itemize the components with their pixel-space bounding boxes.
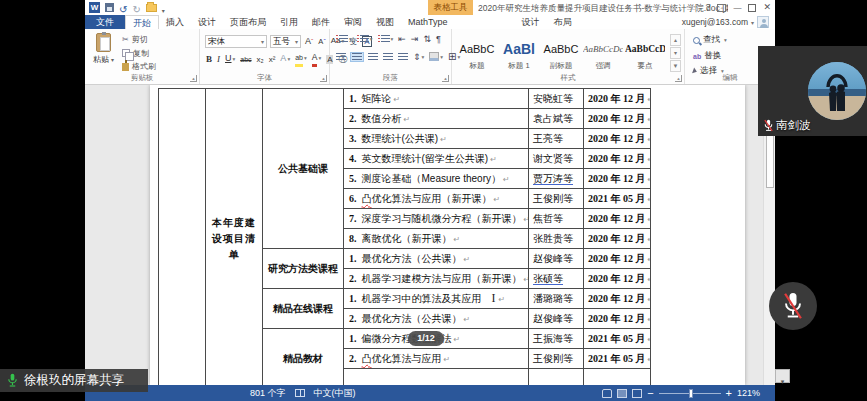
cell-course[interactable]: 2.数值分析 (344, 109, 529, 129)
cell-owner[interactable]: 王亮等 (529, 129, 584, 149)
cell-course[interactable]: 1.矩阵论 (344, 89, 529, 109)
cell-owner[interactable]: 谢文贤等 (529, 149, 584, 169)
read-mode-icon[interactable] (602, 389, 612, 398)
style-chip-副标题[interactable]: AaBbC副标题 (540, 33, 582, 77)
cell-course[interactable]: 5.测度论基础（Measure theory） (344, 169, 529, 189)
microphone-mute-button[interactable] (769, 282, 817, 330)
tab-邮件[interactable]: 邮件 (305, 15, 337, 29)
cell-owner[interactable]: 赵俊峰等 (529, 309, 584, 329)
save-icon[interactable] (105, 3, 114, 12)
cell-date[interactable]: 2021 年 05 月 (584, 189, 651, 209)
cell-owner[interactable]: 王俊刚等 (529, 349, 584, 369)
help-icon[interactable] (705, 1, 710, 14)
cell-date[interactable]: 2020 年 12 月 (584, 129, 651, 149)
styles-scroll-down-icon[interactable] (670, 47, 681, 59)
distribute-icon[interactable] (397, 53, 409, 61)
cell-category[interactable]: 精品在线课程 (263, 289, 344, 329)
paste-button[interactable]: 粘贴 (90, 33, 117, 75)
cell-date[interactable] (584, 369, 651, 386)
cell-course[interactable]: 2.最优化方法（公共课） (344, 309, 529, 329)
cell-category[interactable]: 精品教材 (263, 329, 344, 386)
tab-引用[interactable]: 引用 (273, 15, 305, 29)
clipboard-dialog-launcher[interactable] (190, 75, 197, 82)
cell-owner[interactable]: 赵俊峰等 (529, 249, 584, 269)
format-painter-button[interactable]: 格式刷 (122, 61, 156, 72)
cell-owner[interactable]: 张硕等 (529, 269, 584, 289)
participant-video-tile[interactable]: 南剑波 (758, 46, 867, 136)
cell-owner[interactable]: 张胜贵等 (529, 229, 584, 249)
cell-owner[interactable]: 潘璐璐等 (529, 289, 584, 309)
styles-scroll-up-icon[interactable] (670, 34, 681, 46)
cell-date[interactable]: 2020 年 12 月 (584, 209, 651, 229)
replace-button[interactable]: 替换 (693, 50, 727, 62)
shading-icon[interactable] (428, 52, 444, 61)
justify-icon[interactable] (382, 53, 394, 61)
print-layout-icon[interactable] (617, 389, 627, 398)
cell-owner[interactable] (529, 369, 584, 386)
cell-date[interactable]: 2020 年 12 月 (584, 149, 651, 169)
cell-date[interactable]: 2021 年 05 月 (584, 349, 651, 369)
tab-页面布局[interactable]: 页面布局 (223, 15, 273, 29)
text-effects-icon[interactable] (279, 52, 291, 66)
tab-file[interactable]: 文件 (85, 15, 125, 29)
shrink-font-icon[interactable] (317, 35, 326, 48)
viewer-scrollbar-down-button[interactable] (775, 369, 790, 383)
contextual-tab-设计[interactable]: 设计 (515, 15, 547, 29)
cell-date[interactable]: 2020 年 12 月 (584, 249, 651, 269)
cell-date[interactable]: 2020 年 12 月 (584, 89, 651, 109)
cell-owner[interactable]: 贾万涛等 (529, 169, 584, 189)
cell-course[interactable]: 6.凸优化算法与应用（新开课） (344, 189, 529, 209)
cell-course[interactable]: 7.深度学习与随机微分方程（新开课） (344, 209, 529, 229)
underline-icon[interactable] (224, 52, 236, 66)
cell-date[interactable]: 2020 年 12 月 (584, 289, 651, 309)
open-folder-icon[interactable] (146, 4, 157, 12)
numbering-icon[interactable] (356, 35, 374, 43)
find-button[interactable]: 查找 (693, 34, 727, 46)
account-button[interactable]: xugenj@163.com (682, 15, 769, 29)
cell-date[interactable]: 2020 年 12 月 (584, 109, 651, 129)
tab-审阅[interactable]: 审阅 (337, 15, 369, 29)
cell-date[interactable]: 2020 年 12 月 (584, 309, 651, 329)
styles-more-icon[interactable] (670, 60, 681, 72)
copy-button[interactable]: 复制 (122, 48, 156, 59)
cell-course[interactable]: 2.凸优化算法与应用 (344, 349, 529, 369)
word-count[interactable]: 801 个字 (250, 387, 286, 400)
minimize-icon[interactable] (733, 1, 741, 14)
subscript-icon[interactable] (256, 53, 265, 66)
zoom-out-icon[interactable] (647, 387, 653, 399)
paragraph-dialog-launcher[interactable] (442, 75, 449, 82)
line-spacing-icon[interactable] (412, 52, 425, 62)
decrease-indent-icon[interactable] (397, 34, 407, 44)
cell-course[interactable]: 1.偏微分方程数值解法1/12 (344, 329, 529, 349)
cell-owner[interactable]: 袁占斌等 (529, 109, 584, 129)
superscript-icon[interactable] (268, 53, 277, 66)
zoom-slider-thumb[interactable] (689, 389, 693, 398)
cell-row-header[interactable]: 本年度建设项目清单 (206, 89, 263, 386)
cell-category[interactable]: 公共基础课 (263, 89, 344, 249)
font-size-combo[interactable]: 五号 (270, 35, 301, 48)
show-marks-icon[interactable] (435, 34, 442, 44)
cell-course[interactable]: 1.最优化方法（公共课） (344, 249, 529, 269)
cell-category[interactable]: 研究方法类课程 (263, 249, 344, 289)
style-chip-标题 1[interactable]: AaBl标题 1 (498, 33, 540, 77)
increase-indent-icon[interactable] (410, 34, 420, 44)
cell-date[interactable]: 2020 年 12 月 (584, 169, 651, 189)
cell-course[interactable] (344, 369, 529, 386)
zoom-slider[interactable] (659, 393, 721, 394)
tab-设计[interactable]: 设计 (191, 15, 223, 29)
multilevel-list-icon[interactable] (377, 35, 395, 43)
cell-owner[interactable]: 安晓虹等 (529, 89, 584, 109)
cell-serial[interactable] (159, 89, 206, 386)
cell-date[interactable]: 2020 年 12 月 (584, 269, 651, 289)
cell-course[interactable]: 8.离散优化（新开课） (344, 229, 529, 249)
style-chip-强调[interactable]: AaBbCcDc强调 (582, 33, 624, 77)
zoom-in-icon[interactable] (726, 387, 732, 399)
align-left-icon[interactable] (335, 53, 347, 61)
cell-course[interactable]: 1.机器学习中的算法及其应用 (344, 289, 529, 309)
grow-font-icon[interactable] (304, 35, 314, 48)
style-chip-要点[interactable]: AaBbCcD要点 (624, 33, 666, 77)
cut-button[interactable]: 剪切 (122, 34, 156, 45)
tab-视图[interactable]: 视图 (369, 15, 401, 29)
font-family-combo[interactable]: 宋体 (205, 35, 267, 48)
strikethrough-icon[interactable] (239, 53, 252, 66)
